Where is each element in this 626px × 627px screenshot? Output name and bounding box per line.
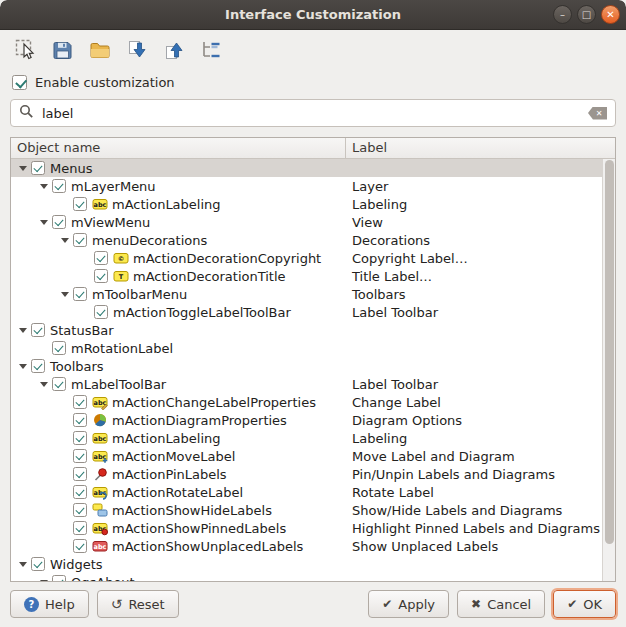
tree-row-mActionDiagramProperties[interactable]: mActionDiagramPropertiesDiagram Options bbox=[11, 411, 602, 429]
tree-row-mActionLabeling[interactable]: abcmActionLabelingLabeling bbox=[11, 195, 602, 213]
row-checkbox[interactable] bbox=[73, 197, 87, 211]
object-name: Toolbars bbox=[50, 359, 104, 374]
import-button[interactable] bbox=[123, 36, 151, 64]
row-checkbox[interactable] bbox=[73, 485, 87, 499]
row-checkbox[interactable] bbox=[73, 413, 87, 427]
open-folder-button[interactable] bbox=[86, 36, 114, 64]
svg-text:T: T bbox=[119, 273, 124, 281]
tree-row-mActionShowPinnedLabels[interactable]: abcmActionShowPinnedLabelsHighlight Pinn… bbox=[11, 519, 602, 537]
row-checkbox[interactable] bbox=[94, 269, 108, 283]
expand-arrow-icon[interactable] bbox=[36, 382, 52, 387]
indent bbox=[11, 456, 57, 457]
tree-row-Toolbars[interactable]: Toolbars bbox=[11, 357, 602, 375]
tree-row-mLabelToolBar[interactable]: mLabelToolBarLabel Toolbar bbox=[11, 375, 602, 393]
expand-arrow-icon[interactable] bbox=[15, 328, 31, 333]
vertical-scrollbar[interactable] bbox=[602, 159, 615, 581]
widget-catcher-button[interactable] bbox=[12, 36, 40, 64]
row-checkbox[interactable] bbox=[31, 557, 45, 571]
cancel-label: Cancel bbox=[487, 597, 531, 612]
row-checkbox[interactable] bbox=[73, 233, 87, 247]
tree-row-mActionShowHideLabels[interactable]: mActionShowHideLabelsShow/Hide Labels an… bbox=[11, 501, 602, 519]
object-name: mActionRotateLabel bbox=[112, 485, 243, 500]
tree-row-QgsAbout[interactable]: QgsAbout bbox=[11, 573, 602, 581]
tree-row-mActionToggleLabelToolBar[interactable]: mActionToggleLabelToolBarLabel Toolbar bbox=[11, 303, 602, 321]
column-header-label[interactable]: Label bbox=[346, 138, 393, 158]
export-arrow-icon bbox=[162, 38, 186, 62]
row-checkbox[interactable] bbox=[52, 215, 66, 229]
row-checkbox[interactable] bbox=[73, 467, 87, 481]
expand-arrow-icon[interactable] bbox=[15, 364, 31, 369]
expand-arrow-icon[interactable] bbox=[57, 292, 73, 297]
expand-arrow-icon[interactable] bbox=[57, 238, 73, 243]
minimize-icon[interactable]: – bbox=[553, 5, 572, 24]
tree-row-mRotationLabel[interactable]: mRotationLabel bbox=[11, 339, 602, 357]
row-checkbox[interactable] bbox=[73, 287, 87, 301]
titlebar[interactable]: Interface Customization – □ ✕ bbox=[0, 0, 626, 30]
tree-row-mViewMenu[interactable]: mViewMenuView bbox=[11, 213, 602, 231]
tree-row-StatusBar[interactable]: StatusBar bbox=[11, 321, 602, 339]
row-checkbox[interactable] bbox=[73, 503, 87, 517]
scrollbar-thumb[interactable] bbox=[605, 160, 614, 544]
save-button[interactable] bbox=[49, 36, 77, 64]
row-checkbox[interactable] bbox=[31, 161, 45, 175]
export-button[interactable] bbox=[160, 36, 188, 64]
maximize-icon[interactable]: □ bbox=[577, 5, 596, 24]
object-name: mActionDecorationCopyright bbox=[133, 251, 321, 266]
row-checkbox[interactable] bbox=[73, 431, 87, 445]
tree-row-mToolbarMenu[interactable]: mToolbarMenuToolbars bbox=[11, 285, 602, 303]
row-checkbox[interactable] bbox=[52, 179, 66, 193]
row-checkbox[interactable] bbox=[52, 341, 66, 355]
row-checkbox[interactable] bbox=[73, 521, 87, 535]
reset-icon bbox=[111, 596, 123, 612]
expand-tree-button[interactable] bbox=[197, 36, 225, 64]
clear-search-icon[interactable] bbox=[588, 107, 607, 120]
row-checkbox[interactable] bbox=[94, 251, 108, 265]
indent bbox=[11, 348, 36, 349]
tree-row-mActionDecorationTitle[interactable]: TmActionDecorationTitleTitle Label… bbox=[11, 267, 602, 285]
row-checkbox[interactable] bbox=[73, 395, 87, 409]
help-button[interactable]: Help bbox=[10, 590, 89, 618]
tree-row-mLayerMenu[interactable]: mLayerMenuLayer bbox=[11, 177, 602, 195]
search-input[interactable]: label bbox=[10, 99, 616, 127]
label-text: Labeling bbox=[352, 431, 407, 446]
expand-arrow-icon[interactable] bbox=[15, 166, 31, 171]
object-name: Widgets bbox=[50, 557, 103, 572]
row-checkbox[interactable] bbox=[94, 305, 108, 319]
tree-row-menuDecorations[interactable]: menuDecorationsDecorations bbox=[11, 231, 602, 249]
label-text: Show Unplaced Labels bbox=[352, 539, 498, 554]
title-icon: T bbox=[113, 268, 129, 284]
row-checkbox[interactable] bbox=[52, 377, 66, 391]
tree-row-mActionLabeling[interactable]: abcmActionLabelingLabeling bbox=[11, 429, 602, 447]
reset-button[interactable]: Reset bbox=[97, 590, 179, 618]
tree-row-mActionRotateLabel[interactable]: abcmActionRotateLabelRotate Label bbox=[11, 483, 602, 501]
row-checkbox[interactable] bbox=[31, 359, 45, 373]
row-checkbox[interactable] bbox=[73, 539, 87, 553]
tree-row-mActionShowUnplacedLabels[interactable]: abcmActionShowUnplacedLabelsShow Unplace… bbox=[11, 537, 602, 555]
expand-arrow-icon[interactable] bbox=[15, 562, 31, 567]
tree-row-mActionPinLabels[interactable]: mActionPinLabelsPin/Unpin Labels and Dia… bbox=[11, 465, 602, 483]
indent bbox=[11, 438, 57, 439]
row-checkbox[interactable] bbox=[31, 323, 45, 337]
column-header-object-name[interactable]: Object name bbox=[11, 138, 346, 158]
expand-arrow-icon[interactable] bbox=[36, 184, 52, 189]
labeling-icon: abc bbox=[92, 430, 108, 446]
tree-row-Widgets[interactable]: Widgets bbox=[11, 555, 602, 573]
ok-label: OK bbox=[583, 597, 602, 612]
close-icon[interactable]: ✕ bbox=[601, 5, 620, 24]
row-checkbox[interactable] bbox=[52, 575, 66, 581]
ok-button[interactable]: OK bbox=[553, 590, 616, 618]
cancel-button[interactable]: Cancel bbox=[457, 590, 545, 618]
object-name: QgsAbout bbox=[71, 575, 135, 582]
indent bbox=[11, 240, 57, 241]
indent bbox=[11, 492, 57, 493]
tree-row-Menus[interactable]: Menus bbox=[11, 159, 602, 177]
tree-row-mActionMoveLabel[interactable]: abcmActionMoveLabelMove Label and Diagra… bbox=[11, 447, 602, 465]
rotate-label-icon: abc bbox=[92, 484, 108, 500]
expand-arrow-icon[interactable] bbox=[36, 220, 52, 225]
enable-customization-checkbox[interactable] bbox=[12, 75, 27, 90]
apply-button[interactable]: Apply bbox=[368, 590, 449, 618]
expand-arrow-icon[interactable] bbox=[36, 580, 52, 582]
tree-row-mActionDecorationCopyright[interactable]: ©mActionDecorationCopyrightCopyright Lab… bbox=[11, 249, 602, 267]
row-checkbox[interactable] bbox=[73, 449, 87, 463]
tree-row-mActionChangeLabelProperties[interactable]: abcmActionChangeLabelPropertiesChange La… bbox=[11, 393, 602, 411]
